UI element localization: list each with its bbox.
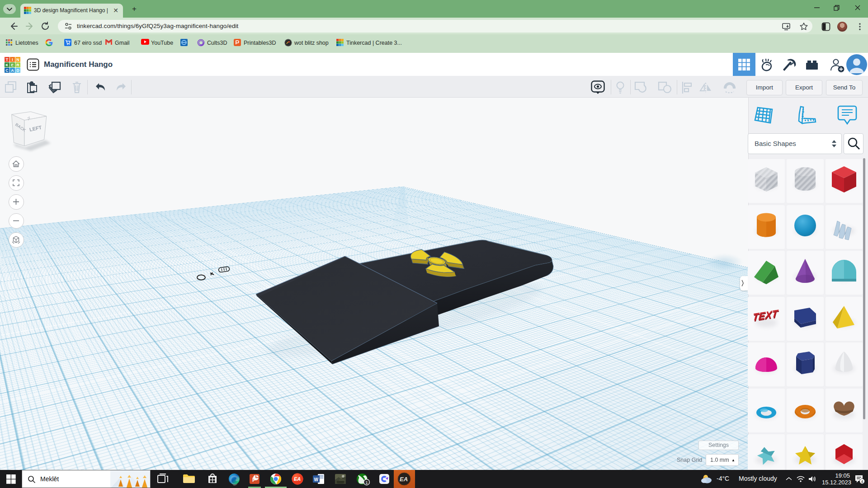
svg-text:1: 1 (365, 480, 368, 485)
svg-text:EA: EA (400, 476, 408, 483)
svg-text:R: R (16, 63, 19, 67)
svg-text:P: P (252, 477, 256, 483)
svg-text:4: 4 (861, 479, 863, 484)
svg-text:N: N (16, 57, 19, 62)
svg-text:W: W (314, 477, 319, 482)
svg-text:D: D (16, 68, 19, 73)
svg-text:E: E (11, 63, 14, 67)
svg-text:A: A (11, 68, 14, 73)
svg-text:I: I (12, 57, 13, 62)
svg-text:K: K (5, 63, 9, 67)
svg-text:C: C (5, 68, 9, 73)
svg-text:T: T (6, 57, 9, 62)
svg-text:EA: EA (294, 476, 301, 482)
